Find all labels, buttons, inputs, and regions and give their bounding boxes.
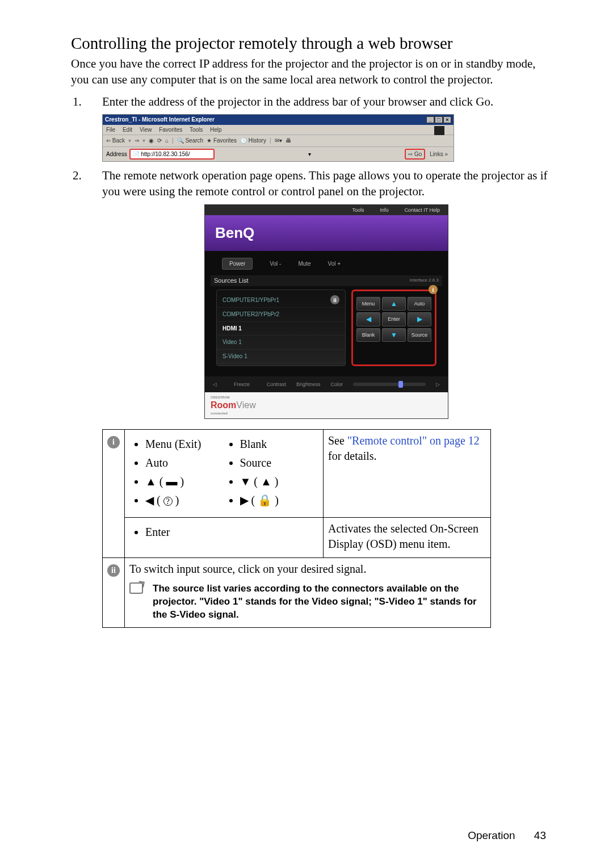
- source-switch-text: To switch input source, click on your de…: [129, 561, 486, 577]
- fn-up: ▲ ( ▬ ): [145, 474, 224, 489]
- dpad-source[interactable]: Source: [408, 328, 431, 342]
- source-computer1[interactable]: COMPUTER1/YPbPr1 ii: [217, 292, 345, 308]
- links-button[interactable]: Links »: [427, 150, 450, 159]
- sources-list: COMPUTER1/YPbPr1 ii COMPUTER2/YPbPr2 HDM…: [216, 290, 346, 366]
- fn-source: Source: [240, 455, 319, 471]
- print-icon[interactable]: 🖶: [285, 137, 291, 145]
- dpad-menu[interactable]: Menu: [356, 297, 380, 311]
- brightness-label[interactable]: Brightness: [296, 381, 321, 388]
- browser-screenshot: Crestron_TI - Microsoft Internet Explore…: [102, 114, 454, 162]
- maximize-icon[interactable]: □: [435, 116, 443, 123]
- fn-blank: Blank: [240, 437, 319, 452]
- dpad-left[interactable]: ◀: [356, 312, 380, 326]
- vol-minus-button[interactable]: Vol -: [270, 260, 281, 268]
- slider-thumb[interactable]: [398, 381, 403, 388]
- menu-favorites[interactable]: Favorites: [159, 127, 182, 133]
- link-remote-control[interactable]: "Remote control" on page 12: [347, 434, 480, 447]
- ie-flag-icon: [434, 126, 444, 135]
- toolbar-favorites[interactable]: Favorites: [213, 137, 237, 144]
- cell-desc-remote: See "Remote control" on page 12 for deta…: [324, 430, 491, 518]
- minimize-icon[interactable]: _: [426, 116, 434, 123]
- fn-menu: Menu (Exit): [145, 437, 224, 452]
- page-title: Controlling the projector remotely throu…: [71, 34, 551, 53]
- fn-auto: Auto: [145, 455, 224, 471]
- tab-info[interactable]: Info: [380, 207, 389, 213]
- stop-icon[interactable]: ◉: [149, 137, 154, 145]
- interface-version: Interface 2.6.3: [410, 278, 439, 284]
- note-icon: [129, 582, 146, 598]
- toolbar-search[interactable]: Search: [185, 137, 203, 144]
- power-button[interactable]: Power: [222, 258, 253, 270]
- dpad-down[interactable]: ▼: [382, 328, 406, 342]
- menu-view[interactable]: View: [140, 127, 152, 133]
- dpad-area: i Menu ▲ Auto ◀ Enter ▶ Blank: [351, 290, 436, 366]
- adjustment-slider-bar: ◁ Freeze Contrast Brightness Color ▷: [205, 376, 448, 392]
- badge-ii-icon: ii: [107, 564, 120, 577]
- address-input[interactable]: 📄 http://10.82.30.156/: [129, 149, 215, 160]
- contrast-label[interactable]: Contrast: [267, 381, 286, 388]
- step-1-text: Enter the address of the projector in th…: [102, 95, 493, 108]
- cell-badge-ii: ii: [103, 558, 125, 628]
- source-computer2[interactable]: COMPUTER2/YPbPr2: [217, 308, 345, 322]
- reference-table: i Menu (Exit) Auto ▲ ( ▬ ) ◀ ( ? ): [102, 429, 491, 628]
- slider-right-icon[interactable]: ▷: [436, 381, 440, 388]
- source-svideo1[interactable]: S-Video 1: [217, 350, 345, 364]
- cell-desc-enter: Activates the selected On-Screen Display…: [324, 518, 491, 558]
- address-label: Address: [106, 150, 127, 158]
- step-1: Enter the address of the projector in th…: [102, 94, 551, 162]
- sources-heading: Sources List: [214, 276, 249, 285]
- step-2-text: The remote network operation page opens.…: [102, 169, 548, 198]
- browser-address-bar: Address 📄 http://10.82.30.156/ ▾ ⇨ Go Li…: [103, 147, 454, 162]
- dpad-up[interactable]: ▲: [382, 297, 406, 311]
- step-2: The remote network operation page opens.…: [102, 167, 551, 628]
- source-video1[interactable]: Video 1: [217, 336, 345, 350]
- mute-button[interactable]: Mute: [298, 260, 310, 268]
- browser-window-title: Crestron_TI - Microsoft Internet Explore…: [105, 116, 215, 124]
- roomview-logo: CRESTRON RoomView connected: [211, 396, 256, 415]
- toolbar-back[interactable]: Back: [112, 137, 125, 144]
- address-dropdown-icon[interactable]: ▾: [308, 150, 311, 158]
- menu-edit[interactable]: Edit: [123, 127, 132, 133]
- footer-section: Operation: [468, 829, 515, 841]
- cell-functions: Menu (Exit) Auto ▲ ( ▬ ) ◀ ( ? ) Blank S…: [125, 430, 324, 518]
- page-footer: Operation 43: [468, 829, 546, 842]
- menu-tools[interactable]: Tools: [190, 127, 203, 133]
- mail-icon[interactable]: ✉▾: [275, 137, 282, 145]
- window-controls: _□×: [426, 116, 451, 124]
- fn-right: ▶ ( 🔒 ): [240, 493, 319, 508]
- cell-source-switch: To switch input source, click on your de…: [125, 558, 491, 628]
- slider-left-icon[interactable]: ◁: [213, 381, 217, 388]
- dpad-blank[interactable]: Blank: [356, 328, 380, 342]
- footer-page-number: 43: [534, 829, 546, 841]
- dpad-enter[interactable]: Enter: [382, 312, 406, 326]
- color-label[interactable]: Color: [331, 381, 343, 388]
- badge-i-icon: i: [107, 436, 120, 448]
- slider-track[interactable]: [353, 383, 426, 386]
- freeze-button[interactable]: Freeze: [227, 380, 257, 389]
- benq-logo: BenQ: [215, 224, 254, 241]
- close-icon[interactable]: ×: [443, 116, 451, 123]
- fn-down: ▼ ( ▲ ): [240, 474, 319, 489]
- cell-badge-i: i: [103, 430, 125, 558]
- fn-left: ◀ ( ? ): [145, 493, 224, 508]
- go-button[interactable]: ⇨ Go: [405, 149, 425, 160]
- source-hdmi1[interactable]: HDMI 1: [217, 322, 345, 336]
- tab-contact[interactable]: Contact IT Help: [405, 207, 440, 213]
- toolbar-history[interactable]: History: [249, 137, 266, 144]
- dpad-auto[interactable]: Auto: [408, 297, 431, 311]
- cell-enter: Enter: [125, 518, 324, 558]
- home-icon[interactable]: ⌂: [165, 137, 169, 145]
- browser-menubar: File Edit View Favorites Tools Help: [103, 125, 454, 136]
- note-text: The source list varies according to the …: [153, 582, 484, 622]
- crestron-panel-screenshot: Tools Info Contact IT Help BenQ Power Vo…: [204, 204, 448, 419]
- menu-file[interactable]: File: [106, 127, 115, 133]
- tab-tools[interactable]: Tools: [352, 207, 364, 213]
- refresh-icon[interactable]: ⟳: [157, 137, 162, 145]
- menu-help[interactable]: Help: [210, 127, 222, 133]
- callout-badge-ii: ii: [330, 295, 339, 304]
- vol-plus-button[interactable]: Vol +: [328, 260, 341, 268]
- lock-icon: 🔒: [258, 494, 272, 506]
- intro-paragraph: Once you have the correct IP address for…: [71, 56, 551, 88]
- browser-toolbar: ⇐ Back ▾⇒▾ ◉ ⟳ ⌂ | 🔍 Search ★ Favorites …: [103, 135, 454, 147]
- dpad-right[interactable]: ▶: [408, 312, 431, 326]
